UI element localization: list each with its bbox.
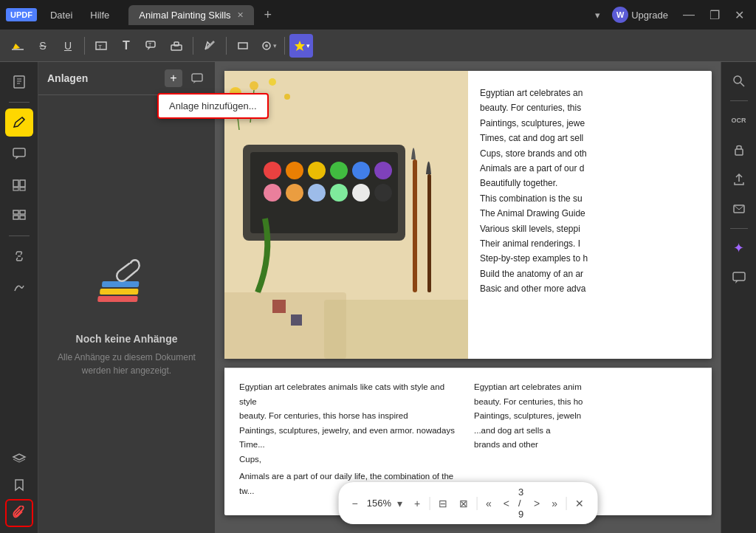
ai-icon-right[interactable]: ✦ bbox=[726, 235, 752, 261]
sticker-tool[interactable]: ▾ bbox=[289, 34, 313, 58]
tab-label: Animal Painting Skills bbox=[139, 10, 230, 21]
ocr-button[interactable]: OCR bbox=[726, 107, 752, 134]
eraser-dropdown[interactable]: ▾ bbox=[256, 34, 280, 58]
minimize-button[interactable]: — bbox=[677, 5, 701, 24]
svg-point-45 bbox=[264, 184, 281, 202]
rectangle-tool[interactable] bbox=[231, 34, 255, 58]
main-layout: Anlagen + Anlage hinzufügen... bbox=[0, 62, 756, 533]
underline-tool[interactable]: U bbox=[56, 34, 80, 58]
svg-rect-51 bbox=[413, 159, 417, 292]
zoom-out-button[interactable]: − bbox=[349, 496, 361, 511]
bottom-navigation-bar: − 156% ▾ + ⊟ ⊠ « < 3 / 9 > » ✕ bbox=[339, 482, 598, 524]
close-bar-button[interactable]: ✕ bbox=[572, 496, 587, 511]
zoom-dropdown-button[interactable]: ▾ bbox=[394, 496, 405, 511]
svg-rect-15 bbox=[13, 148, 25, 157]
lock-icon-right[interactable] bbox=[726, 137, 752, 163]
menu-datei[interactable]: Datei bbox=[43, 7, 80, 24]
fit-page-button[interactable]: ⊠ bbox=[456, 496, 471, 511]
sidebar-icon-layers[interactable] bbox=[5, 443, 33, 471]
page-display: 3 / 9 bbox=[518, 486, 525, 520]
right-sep-2 bbox=[730, 228, 748, 229]
empty-desc: Alle Anhänge zu diesem Dokument werden h… bbox=[53, 351, 200, 377]
svg-point-42 bbox=[330, 162, 348, 179]
menu-hilfe[interactable]: Hilfe bbox=[83, 7, 117, 24]
svg-rect-56 bbox=[291, 314, 302, 326]
restore-button[interactable]: ❐ bbox=[704, 5, 726, 25]
email-icon-right[interactable] bbox=[726, 196, 752, 222]
titlebar-right: W Upgrade — ❐ ✕ bbox=[606, 4, 750, 26]
empty-state: Noch keine Anhänge Alle Anhänge zu diese… bbox=[38, 95, 215, 533]
p2-l4: Time... bbox=[239, 438, 462, 453]
first-page-button[interactable]: « bbox=[483, 496, 495, 511]
highlight-tool[interactable] bbox=[6, 34, 30, 58]
svg-point-50 bbox=[374, 184, 392, 202]
p2-l3: Paintings, sculptures, jewelry, and even… bbox=[239, 424, 462, 439]
p2-r2: beauty. For centuries, this ho bbox=[474, 395, 697, 410]
toolbar: S U T T T ▾ ▾ bbox=[0, 30, 756, 62]
next-page-button[interactable]: > bbox=[531, 496, 543, 511]
text-line-10: Various skill levels, steppi bbox=[480, 221, 700, 236]
left-sidebar bbox=[0, 62, 38, 533]
toolbar-sep-4 bbox=[284, 37, 285, 55]
attachment-illustration bbox=[97, 252, 157, 321]
export-icon-right[interactable] bbox=[726, 166, 752, 193]
sidebar-icon-attachment[interactable] bbox=[5, 499, 33, 527]
svg-point-46 bbox=[286, 184, 303, 202]
toolbar-sep-2 bbox=[193, 37, 193, 55]
chat-icon-right[interactable] bbox=[726, 264, 752, 291]
new-tab-button[interactable]: + bbox=[260, 6, 277, 24]
doc-area[interactable]: Egyptian art celebrates an beauty. For c… bbox=[216, 62, 721, 533]
callout-tool[interactable]: T bbox=[140, 34, 163, 58]
right-sep-1 bbox=[730, 100, 748, 101]
tab-dropdown-button[interactable]: ▾ bbox=[595, 10, 600, 21]
text-line-6: Animals are a part of our d bbox=[480, 161, 700, 176]
sidebar-icon-comment[interactable] bbox=[5, 140, 33, 168]
p2-r4: ...and dog art sells a bbox=[474, 424, 697, 439]
p2-r1: Egyptian art celebrates anim bbox=[474, 380, 697, 395]
page-divider: / bbox=[518, 498, 521, 509]
sidebar-icon-link[interactable] bbox=[5, 242, 33, 270]
close-button[interactable]: ✕ bbox=[729, 5, 750, 25]
doc-page-1: Egyptian art celebrates an beauty. For c… bbox=[224, 71, 712, 359]
sidebar-icon-sign[interactable] bbox=[5, 273, 33, 301]
svg-rect-20 bbox=[13, 210, 18, 214]
pencil-tool[interactable] bbox=[198, 34, 221, 58]
empty-title: Noch keine Anhänge bbox=[76, 333, 178, 345]
zoom-in-button[interactable]: + bbox=[411, 496, 423, 511]
p2-l1: Egyptian art celebrates animals like cat… bbox=[239, 380, 462, 409]
sidebar-icon-thumbnail[interactable] bbox=[5, 202, 33, 230]
svg-point-47 bbox=[308, 184, 326, 202]
right-sidebar: OCR ✦ bbox=[721, 62, 756, 533]
sidebar-icon-book[interactable] bbox=[5, 68, 33, 96]
text-box-tool[interactable]: T bbox=[89, 34, 113, 58]
svg-point-44 bbox=[374, 162, 392, 179]
svg-rect-55 bbox=[272, 300, 286, 313]
add-attachment-tooltip: Anlage hinzufügen... bbox=[157, 93, 269, 119]
prev-page-button[interactable]: < bbox=[501, 496, 512, 511]
svg-rect-59 bbox=[735, 149, 743, 155]
svg-rect-25 bbox=[192, 74, 202, 81]
search-icon-right[interactable] bbox=[726, 68, 752, 94]
tab-area: Animal Painting Skills ✕ + bbox=[128, 5, 595, 25]
svg-point-57 bbox=[734, 76, 741, 83]
upgrade-button[interactable]: W Upgrade bbox=[606, 4, 674, 26]
sidebar-icon-pages[interactable] bbox=[5, 171, 33, 199]
comment-view-button[interactable] bbox=[188, 69, 206, 87]
add-attachment-button[interactable]: + bbox=[165, 69, 182, 87]
last-page-button[interactable]: » bbox=[549, 496, 560, 511]
text-line-11: Their animal renderings. I bbox=[480, 236, 700, 251]
strikethrough-tool[interactable]: S bbox=[31, 34, 55, 58]
sidebar-icon-edit[interactable] bbox=[5, 109, 33, 137]
p2-l5: Cups, bbox=[239, 453, 462, 467]
stamp-tool[interactable] bbox=[165, 34, 188, 58]
tab-close-button[interactable]: ✕ bbox=[237, 10, 244, 20]
tab-document[interactable]: Animal Painting Skills ✕ bbox=[128, 5, 253, 25]
svg-rect-18 bbox=[13, 188, 18, 190]
zoom-display: 156% ▾ bbox=[367, 496, 405, 511]
titlebar-menu: Datei Hilfe bbox=[43, 7, 117, 24]
svg-rect-26 bbox=[101, 281, 139, 287]
text-tool[interactable]: T bbox=[114, 34, 138, 58]
sidebar-icon-bookmark[interactable] bbox=[5, 471, 33, 499]
text-line-14: Basic and other more adva bbox=[480, 281, 700, 296]
fit-width-button[interactable]: ⊟ bbox=[436, 496, 450, 511]
